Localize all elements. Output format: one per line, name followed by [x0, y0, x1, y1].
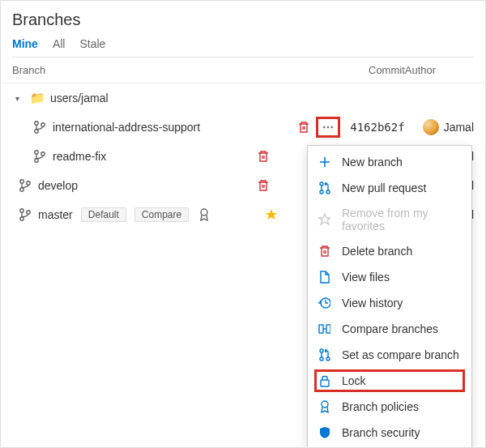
menu-new-pull-request[interactable]: New pull request: [308, 175, 471, 201]
branch-name: master: [38, 208, 73, 221]
branch-icon: [19, 178, 32, 193]
chevron-down-icon[interactable]: ▾: [15, 94, 25, 103]
delete-icon[interactable]: [256, 149, 269, 164]
menu-lock[interactable]: Lock: [308, 368, 471, 394]
branch-context-menu: New branch New pull request Remove from …: [307, 145, 472, 448]
menu-label: Lock: [342, 374, 366, 387]
menu-label: View history: [342, 297, 403, 309]
header: Branches Mine All Stale: [1, 1, 485, 58]
trash-icon: [318, 244, 334, 258]
file-icon: [318, 270, 334, 284]
menu-label: New pull request: [342, 181, 426, 194]
shield-icon: [318, 425, 334, 440]
menu-label: Branch policies: [342, 400, 419, 413]
menu-label: Remove from my favorites: [342, 207, 462, 233]
branch-icon: [33, 120, 46, 134]
branch-name: international-address-support: [53, 121, 200, 134]
branch-icon: [33, 149, 46, 164]
column-header-commit: Commit: [296, 64, 405, 76]
branch-row-intl[interactable]: international-address-support ⋯ 4162b62f…: [1, 113, 485, 142]
default-tag: Default: [81, 207, 126, 222]
more-button[interactable]: ⋯: [318, 118, 339, 136]
badge-icon: [318, 399, 334, 414]
pull-request-icon: [318, 348, 334, 362]
column-header-branch: Branch: [12, 64, 296, 76]
menu-label: New branch: [342, 156, 403, 169]
compare-icon: [318, 322, 334, 336]
menu-delete-branch[interactable]: Delete branch: [308, 238, 471, 264]
plus-icon: [318, 155, 334, 169]
menu-compare-branches[interactable]: Compare branches: [308, 316, 471, 342]
compare-tag: Compare: [134, 207, 189, 222]
menu-set-compare[interactable]: Set as compare branch: [308, 342, 471, 368]
author-name: Jamal: [444, 121, 474, 134]
menu-view-history[interactable]: View history: [308, 290, 471, 316]
delete-icon[interactable]: [256, 178, 269, 193]
tabs: Mine All Stale: [12, 37, 474, 58]
menu-branch-policies[interactable]: Branch policies: [308, 394, 471, 420]
star-outline-icon: [318, 212, 334, 227]
menu-new-branch[interactable]: New branch: [308, 149, 471, 175]
column-header-author: Author: [405, 64, 486, 76]
column-headers: Branch Commit Author: [1, 58, 485, 83]
branch-icon: [19, 207, 32, 222]
commit-hash[interactable]: 4162b62f: [350, 121, 404, 134]
highlight-box: [314, 369, 465, 392]
history-icon: [318, 296, 334, 310]
menu-remove-favorites: Remove from my favorites: [308, 201, 471, 238]
branch-name: readme-fix: [53, 150, 106, 163]
menu-label: View files: [342, 271, 390, 284]
favorite-star-icon[interactable]: [264, 207, 277, 222]
branch-name: develop: [38, 179, 78, 192]
menu-branch-security[interactable]: Branch security: [308, 420, 471, 446]
menu-label: Compare branches: [342, 322, 438, 335]
avatar: [423, 119, 439, 135]
menu-label: Delete branch: [342, 245, 412, 258]
menu-label: Set as compare branch: [342, 348, 459, 361]
tab-all[interactable]: All: [53, 37, 66, 50]
folder-row[interactable]: ▾ 📁 users/jamal: [1, 83, 485, 113]
menu-label: Branch security: [342, 426, 420, 439]
badge-icon: [197, 207, 210, 222]
page-title: Branches: [12, 11, 474, 29]
menu-view-files[interactable]: View files: [308, 264, 471, 290]
pull-request-icon: [318, 181, 334, 195]
folder-icon: 📁: [30, 91, 45, 105]
tab-mine[interactable]: Mine: [12, 37, 38, 50]
delete-icon[interactable]: [296, 120, 309, 134]
folder-name: users/jamal: [50, 92, 109, 105]
tab-stale[interactable]: Stale: [79, 37, 105, 50]
lock-icon: [318, 373, 334, 388]
